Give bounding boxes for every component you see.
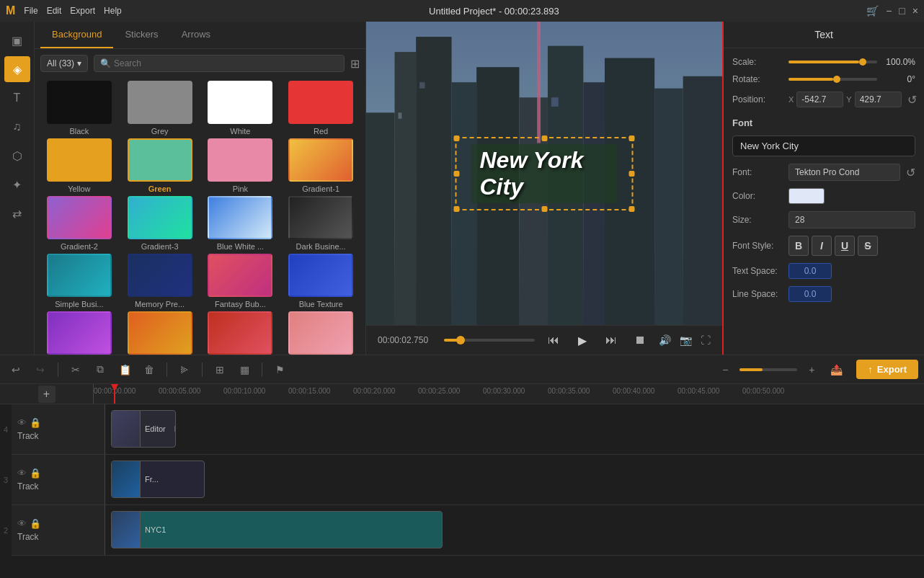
font-family-select[interactable]: Tekton Pro Cond	[788, 164, 900, 181]
icon-media[interactable]: ▣	[4, 27, 30, 53]
list-item[interactable]: Grey	[121, 81, 199, 135]
list-item[interactable]: Purple	[40, 311, 118, 355]
underline-button[interactable]: U	[835, 236, 855, 256]
menu-help[interactable]: Help	[104, 6, 122, 16]
list-item[interactable]: Fantasy Bub...	[202, 254, 280, 308]
track-clip-teal[interactable]: NYC1	[111, 511, 443, 548]
list-item[interactable]: Black	[40, 81, 118, 135]
playhead[interactable]	[114, 384, 115, 404]
list-item[interactable]: Gradient-3	[121, 196, 199, 251]
resize-handle-tr[interactable]	[629, 135, 635, 141]
resize-handle-ml[interactable]	[454, 171, 460, 177]
resize-handle-bl[interactable]	[454, 206, 460, 212]
track-lock-icon-2[interactable]: 🔒	[30, 518, 41, 529]
track-lock-icon-3[interactable]: 🔒	[30, 468, 41, 479]
list-item[interactable]: Simple Busi...	[40, 254, 118, 308]
list-item[interactable]: Blue Texture	[282, 254, 360, 308]
prev-button[interactable]: ⏮	[543, 330, 564, 350]
close-button[interactable]: ×	[912, 5, 918, 17]
list-item[interactable]: Pink	[202, 138, 280, 193]
icon-text[interactable]: T	[4, 85, 30, 111]
icon-sticker[interactable]: ⬡	[4, 143, 30, 169]
zoom-out-button[interactable]: −	[715, 360, 735, 380]
minimize-button[interactable]: −	[886, 5, 892, 17]
arrange-button[interactable]: ▦	[234, 360, 254, 380]
menu-file[interactable]: File	[24, 6, 37, 16]
rotate-slider[interactable]	[788, 78, 877, 81]
stop-button[interactable]: ⏹	[630, 330, 650, 350]
list-item[interactable]: Rose Gold	[282, 311, 360, 355]
position-y-input[interactable]	[855, 92, 902, 107]
track-visibility-icon-2[interactable]: 👁	[17, 518, 27, 529]
search-input[interactable]	[114, 58, 338, 68]
tab-background[interactable]: Background	[40, 22, 113, 48]
icon-effect[interactable]: ✦	[4, 172, 30, 197]
color-swatch[interactable]	[788, 188, 825, 204]
paste-button[interactable]: 📋	[115, 360, 135, 380]
progress-bar[interactable]	[444, 339, 535, 342]
add-track-button[interactable]: +	[38, 386, 55, 403]
resize-handle-bm[interactable]	[541, 206, 547, 212]
list-item[interactable]: Gradient-2	[40, 196, 118, 251]
maximize-button[interactable]: □	[899, 5, 905, 17]
scale-slider[interactable]	[788, 61, 877, 63]
play-button[interactable]: ▶	[572, 330, 592, 350]
tab-arrows[interactable]: Arrows	[170, 22, 222, 48]
list-item[interactable]: Dark Busine...	[282, 196, 360, 251]
list-item[interactable]: Blue White ...	[202, 196, 280, 251]
track-clip-editor[interactable]: Editor De...	[111, 410, 176, 448]
list-item[interactable]: Red	[282, 81, 360, 135]
position-reset-button[interactable]: ↺	[907, 93, 917, 107]
list-item[interactable]: Fire Burst	[121, 311, 199, 355]
icon-transition[interactable]: ⇄	[4, 200, 30, 226]
redo-button[interactable]: ↪	[30, 360, 50, 380]
menu-edit[interactable]: Edit	[47, 6, 62, 16]
next-button[interactable]: ⏭	[601, 330, 621, 350]
font-name-input[interactable]	[732, 135, 915, 156]
progress-thumb[interactable]	[456, 336, 465, 344]
track-lock-icon-4[interactable]: 🔒	[30, 417, 41, 428]
scale-thumb[interactable]	[859, 58, 866, 66]
resize-handle-mr[interactable]	[629, 171, 635, 177]
zoom-in-button[interactable]: +	[801, 360, 822, 380]
marker-button[interactable]: ⚑	[270, 360, 290, 380]
line-space-input[interactable]	[788, 286, 832, 302]
resize-handle-tm[interactable]	[541, 135, 547, 141]
export-button[interactable]: ↑ Export	[856, 360, 918, 379]
resize-handle-br[interactable]	[629, 206, 635, 212]
split-button[interactable]: ⫸	[174, 360, 195, 380]
volume-icon[interactable]: 🔊	[659, 334, 671, 346]
list-item[interactable]: Green	[121, 138, 199, 193]
list-item[interactable]: Gradient-1	[282, 138, 360, 193]
size-select[interactable]: 28	[788, 211, 915, 228]
list-item[interactable]: Memory Pre...	[121, 254, 199, 308]
italic-button[interactable]: I	[812, 236, 832, 256]
zoom-slider[interactable]	[739, 368, 797, 371]
rotate-thumb[interactable]	[833, 76, 840, 83]
align-button[interactable]: ⊞	[210, 360, 230, 380]
delete-button[interactable]: 🗑	[139, 360, 159, 380]
tab-stickers[interactable]: Stickers	[113, 22, 169, 48]
bold-button[interactable]: B	[788, 236, 809, 256]
export-icon-btn[interactable]: 📤	[826, 360, 846, 380]
text-space-input[interactable]	[788, 263, 832, 279]
cart-icon[interactable]: 🛒	[866, 5, 879, 17]
icon-layer[interactable]: ◈	[4, 56, 30, 82]
position-x-input[interactable]	[796, 92, 843, 107]
icon-audio[interactable]: ♫	[4, 114, 30, 140]
track-clip-dark[interactable]: Fr...	[111, 461, 205, 498]
copy-button[interactable]: ⧉	[90, 360, 110, 380]
undo-button[interactable]: ↩	[6, 360, 26, 380]
list-item[interactable]: Red Glow	[202, 311, 280, 355]
cut-button[interactable]: ✂	[66, 360, 86, 380]
menu-export[interactable]: Export	[70, 6, 95, 16]
category-dropdown[interactable]: All (33) ▾	[40, 55, 88, 72]
track-visibility-icon-3[interactable]: 👁	[17, 468, 27, 479]
screenshot-icon[interactable]: 📷	[680, 334, 692, 346]
strikethrough-button[interactable]: S	[858, 236, 878, 256]
resize-handle-tl[interactable]	[454, 135, 460, 141]
fullscreen-icon[interactable]: ⛶	[701, 334, 711, 346]
font-reset-button[interactable]: ↺	[906, 166, 915, 179]
grid-toggle-icon[interactable]: ⊞	[350, 57, 360, 71]
track-visibility-icon-4[interactable]: 👁	[17, 417, 27, 428]
